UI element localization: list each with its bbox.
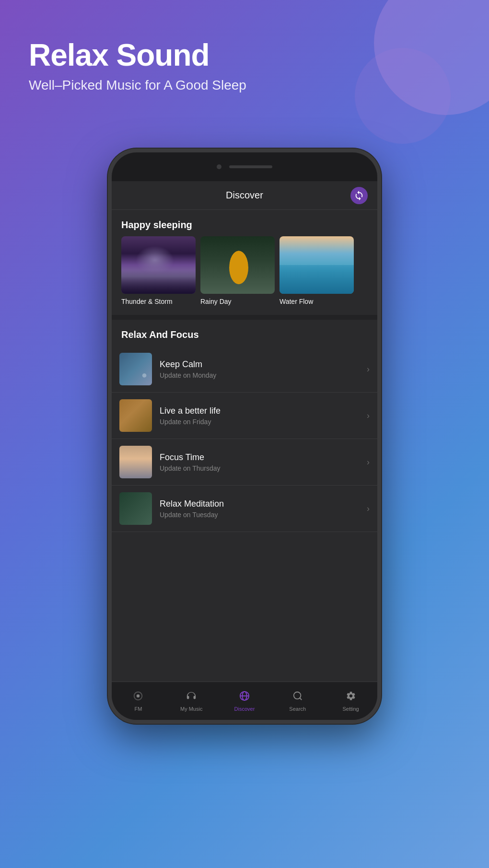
phone-side-button-vol-up (108, 253, 110, 291)
phone-frame: Discover Happy sleeping Thunder & Storm (108, 149, 381, 724)
list-info-live-better: Live a better life Update on Friday (160, 406, 363, 426)
happy-sleeping-section: Happy sleeping Thunder & Storm Rainy Day (112, 210, 377, 315)
refresh-button[interactable] (350, 187, 368, 204)
list-item-focus-time[interactable]: Focus Time Update on Thursday › (112, 439, 377, 486)
list-update-relax-meditation: Update on Tuesday (160, 511, 363, 519)
list-update-keep-calm: Update on Monday (160, 371, 363, 379)
tab-discover[interactable]: Discover (218, 691, 271, 712)
gear-icon (346, 691, 356, 704)
nav-title: Discover (226, 190, 263, 201)
tab-bar: FM My Music Discover (112, 682, 377, 720)
tab-setting-label: Setting (342, 706, 359, 712)
card-label-rainy: Rainy Day (200, 298, 275, 305)
card-image-thunder (121, 236, 196, 294)
chevron-right-icon: › (367, 411, 370, 421)
relax-focus-title: Relax And Focus (112, 320, 377, 346)
list-info-keep-calm: Keep Calm Update on Monday (160, 359, 363, 379)
phone-speaker (229, 165, 272, 168)
nav-bar: Discover (112, 181, 377, 210)
phone-side-button-mute (108, 220, 110, 243)
rainy-day-image (200, 236, 275, 294)
card-image-water (279, 236, 354, 294)
thumb-relax-meditation (119, 492, 152, 525)
thunder-storm-image (121, 236, 196, 294)
headphones-icon (186, 691, 197, 704)
water-flow-image (279, 236, 354, 294)
chevron-right-icon: › (367, 457, 370, 467)
chevron-right-icon: › (367, 364, 370, 374)
phone-top-bar (112, 152, 377, 181)
card-image-rainy (200, 236, 275, 294)
relax-meditation-image (119, 492, 152, 525)
chevron-right-icon: › (367, 504, 370, 514)
thumb-focus-time (119, 446, 152, 478)
screen-content: Happy sleeping Thunder & Storm Rainy Day (112, 210, 377, 691)
list-update-focus-time: Update on Thursday (160, 464, 363, 472)
planet-icon (239, 691, 250, 704)
list-name-keep-calm: Keep Calm (160, 359, 363, 370)
phone-camera (217, 164, 221, 169)
list-item-live-better[interactable]: Live a better life Update on Friday › (112, 393, 377, 439)
card-label-water: Water Flow (279, 298, 354, 305)
list-item-keep-calm[interactable]: Keep Calm Update on Monday › (112, 346, 377, 393)
svg-point-4 (294, 692, 301, 699)
phone-side-button-power (379, 272, 381, 330)
phone-screen: Discover Happy sleeping Thunder & Storm (112, 181, 377, 720)
tab-search[interactable]: Search (271, 691, 324, 712)
card-water[interactable]: Water Flow (279, 236, 354, 305)
relax-focus-section: Relax And Focus Keep Calm Update on Mond… (112, 320, 377, 532)
list-name-live-better: Live a better life (160, 406, 363, 416)
refresh-icon (354, 190, 364, 201)
focus-time-image (119, 446, 152, 478)
section-separator (112, 315, 377, 320)
app-subtitle: Well–Picked Music for A Good Sleep (29, 78, 460, 93)
list-info-relax-meditation: Relax Meditation Update on Tuesday (160, 499, 363, 519)
tab-my-music-label: My Music (180, 706, 202, 712)
card-label-thunder: Thunder & Storm (121, 298, 196, 305)
tab-setting[interactable]: Setting (324, 691, 377, 712)
card-thunder[interactable]: Thunder & Storm (121, 236, 196, 305)
list-name-relax-meditation: Relax Meditation (160, 499, 363, 509)
svg-line-5 (300, 698, 302, 700)
thumb-live-better (119, 399, 152, 432)
thumb-keep-calm (119, 353, 152, 385)
tab-discover-label: Discover (234, 706, 255, 712)
tab-fm[interactable]: FM (112, 691, 165, 712)
tab-my-music[interactable]: My Music (165, 691, 218, 712)
list-info-focus-time: Focus Time Update on Thursday (160, 452, 363, 472)
list-item-relax-meditation[interactable]: Relax Meditation Update on Tuesday › (112, 486, 377, 532)
card-rainy[interactable]: Rainy Day (200, 236, 275, 305)
header-section: Relax Sound Well–Picked Music for A Good… (29, 38, 460, 93)
app-title: Relax Sound (29, 38, 460, 72)
tab-fm-label: FM (134, 706, 142, 712)
list-name-focus-time: Focus Time (160, 452, 363, 463)
tab-search-label: Search (289, 706, 306, 712)
fm-icon (133, 691, 143, 704)
phone-side-button-vol-down (108, 301, 110, 339)
search-icon (292, 691, 303, 704)
cards-row: Thunder & Storm Rainy Day Water Flow (112, 236, 377, 315)
live-better-image (119, 399, 152, 432)
list-update-live-better: Update on Friday (160, 418, 363, 426)
keep-calm-image (119, 353, 152, 385)
happy-sleeping-title: Happy sleeping (112, 210, 377, 236)
